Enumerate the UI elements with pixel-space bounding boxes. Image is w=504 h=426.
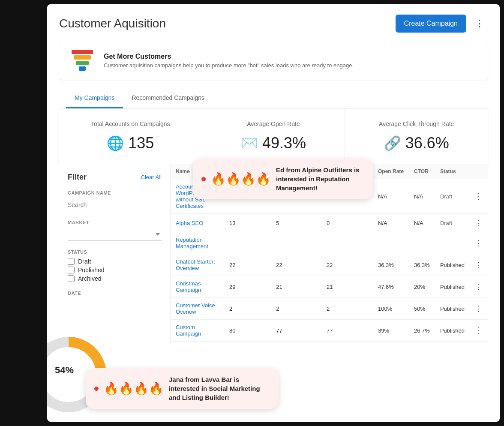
col-actions [470,164,488,179]
stats-row: Total Accounts on Campaigns 🌐 135 Averag… [59,108,488,164]
table-body: Accounts with WordPress Sites without SS… [171,179,488,345]
cell-open-rate [373,232,409,254]
tab-recommended-campaigns[interactable]: Recommended Campaigns [123,88,213,108]
notification-1-text: Ed from Alpine Outfitters is interested … [276,165,364,192]
campaign-link[interactable]: Christmas Campaign [176,280,201,293]
cell-row-actions[interactable]: ⋮ [470,179,488,214]
market-filter: MARKET [68,220,162,241]
stat-total-accounts: Total Accounts on Campaigns 🌐 135 [59,108,202,164]
cell-row-actions[interactable]: ⋮ [470,214,488,232]
fire-icon-2: 🔥🔥🔥🔥 [104,381,164,396]
cell-total: 13 [224,214,271,232]
status-filter: STATUS Draft Published Archived [68,249,162,282]
cell-total [224,232,271,254]
cell-delivered: 22 [321,254,373,276]
page-title: Customer Aquisition [59,17,166,30]
cell-ctor: 50% [409,298,435,320]
campaign-link[interactable]: Alpha SEO [176,220,203,226]
cell-row-actions[interactable]: ⋮ [470,298,488,320]
cell-ctor: N/A [409,214,435,232]
cell-name: Chatbot Starter: Overview [171,254,224,276]
status-option-draft[interactable]: Draft [68,258,162,265]
cell-ctor: 20% [409,276,435,298]
cell-row-actions[interactable]: ⋮ [470,276,488,298]
cell-delivered [321,232,373,254]
market-select[interactable] [68,228,162,241]
cell-total: 2 [224,298,271,320]
banner-description: Customer aquisition campaigns help you t… [104,62,354,69]
email-icon: ✉️ [241,135,258,151]
cell-active: 22 [271,254,321,276]
tab-my-campaigns[interactable]: My Campaigns [66,88,123,108]
cell-row-actions[interactable]: ⋮ [470,320,488,342]
more-options-button[interactable]: ⋮ [471,16,488,31]
campaign-link[interactable]: Custom Campaign [176,324,201,337]
cell-ctor: N/A [409,179,435,214]
cell-status [435,232,470,254]
cell-name: Customer Voice Overiew [171,298,224,320]
filter-sidebar: Filter Clear All CAMPAIGN NAME MARKET [59,164,171,344]
donut-percentage: 54% [55,365,74,376]
clear-all-button[interactable]: Clear All [141,174,162,180]
cell-active: 5 [271,214,321,232]
campaign-name-label: CAMPAIGN NAME [68,190,162,195]
table-row: Custom Campaign 80 77 77 39% 26.7% Publi… [171,320,488,342]
date-label: DATE [68,291,162,296]
campaign-link[interactable]: Chatbot Starter: Overview [176,258,215,271]
stat-label-click: Average Click Through Rate [355,120,477,127]
cell-status: Published [435,254,470,276]
col-ctor: CTOR [409,164,435,179]
table-row: Alpha SEO 13 5 0 N/A N/A Draft ⋮ [171,214,488,232]
banner-title: Get More Customers [104,53,354,60]
cell-open-rate: 46.7% [373,342,409,345]
cell-row-actions[interactable]: ⋮ [470,342,488,345]
stat-click-rate: Average Click Through Rate 🔗 36.6% [345,108,488,164]
link-icon: 🔗 [384,135,401,151]
cell-row-actions[interactable]: ⋮ [470,254,488,276]
campaign-link[interactable]: Reputation Management [176,237,208,249]
cell-open-rate: N/A [373,214,409,232]
cell-delivered: 2 [321,298,373,320]
header-actions: Create Campaign ⋮ [396,15,488,33]
cell-active: 2 [271,298,321,320]
cell-ctor [409,232,435,254]
cell-active: 210 [271,342,321,345]
col-open-rate: Open Rate [373,164,409,179]
svg-rect-3 [79,66,86,71]
svg-rect-0 [72,50,93,54]
cell-status: Draft [435,214,470,232]
click-rate-number: 36.6% [405,134,449,152]
cell-status: Published [435,276,470,298]
create-campaign-button[interactable]: Create Campaign [396,15,466,33]
cell-total: 266 [224,342,271,345]
cell-name: Christmas Campaign [171,276,224,298]
status-checkbox-draft[interactable] [68,258,75,265]
cell-ctor: 26.7% [409,320,435,342]
campaign-link[interactable]: Customer Voice Overiew [176,302,215,315]
stat-label-accounts: Total Accounts on Campaigns [69,120,192,127]
cell-status: Published [435,298,470,320]
cell-name: Custom Campaign [171,320,224,342]
campaign-name-input[interactable] [68,199,162,211]
cell-name: Reputation Management [171,232,224,254]
header: Customer Aquisition Create Campaign ⋮ [59,15,488,33]
cell-total: 80 [224,320,271,342]
stat-value-open: ✉️ 49.3% [213,134,335,152]
table-row: Chatbot Starter: Overview 22 22 22 36.3%… [171,254,488,276]
open-rate-number: 49.3% [262,134,306,152]
cell-row-actions[interactable]: ⋮ [470,232,488,254]
notification-2-text: Jana from Lavva Bar is interested in Soc… [169,375,270,402]
cell-status: Published [435,342,470,345]
cell-name: Local Marketing Snapshot w/ Listing Dist… [171,342,224,345]
status-checkbox-archived[interactable] [68,275,75,282]
status-checkbox-published[interactable] [68,267,75,273]
filter-header: Filter Clear All [68,173,162,182]
notif-dot-2 [94,387,99,391]
accounts-number: 135 [128,134,154,152]
status-option-archived[interactable]: Archived [68,275,162,282]
funnel-icon [69,50,95,71]
cell-ctor: 36.3% [409,254,435,276]
cell-open-rate: 36.3% [373,254,409,276]
status-option-published[interactable]: Published [68,267,162,273]
tabs-row: My Campaigns Recommended Campaigns [59,88,488,108]
